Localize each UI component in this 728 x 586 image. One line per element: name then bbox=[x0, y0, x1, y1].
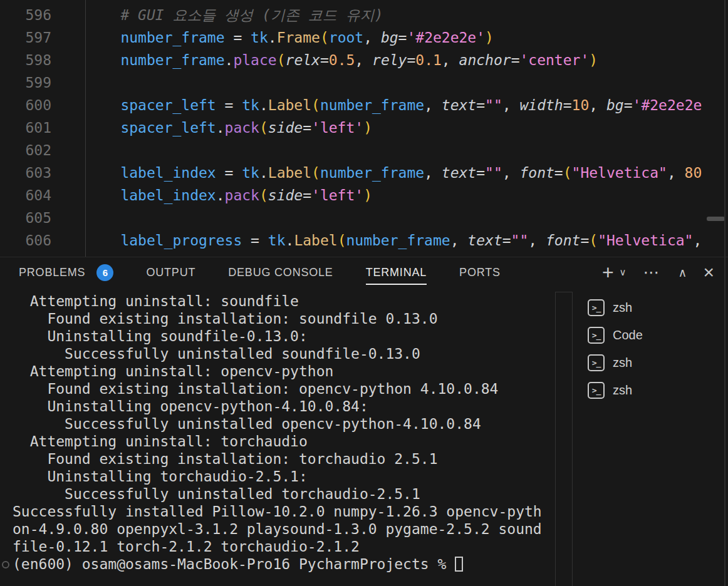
code-editor[interactable]: 596 # GUI 요소들 생성 (기존 코드 유지)597 number_fr… bbox=[0, 0, 728, 257]
line-number[interactable]: 600 bbox=[0, 94, 51, 116]
tab-label: PROBLEMS bbox=[19, 266, 85, 279]
code-token: 'left' bbox=[311, 120, 363, 136]
code-line[interactable]: 596 # GUI 요소들 생성 (기존 코드 유지) bbox=[0, 4, 728, 26]
tab-problems[interactable]: PROBLEMS6 bbox=[19, 257, 113, 287]
code-line[interactable]: 605 bbox=[0, 207, 728, 229]
maximize-panel-icon[interactable]: ∧ bbox=[679, 265, 687, 280]
code-line[interactable]: 598 number_frame.place(relx=0.5, rely=0.… bbox=[0, 49, 728, 71]
tab-output[interactable]: OUTPUT bbox=[146, 257, 195, 287]
tab-label: TERMINAL bbox=[366, 266, 427, 285]
code-token: 0.5 bbox=[329, 52, 355, 68]
code-token: 'left' bbox=[311, 187, 363, 203]
line-number[interactable]: 597 bbox=[0, 26, 51, 49]
code-token: , bbox=[667, 165, 685, 181]
code-token: . bbox=[216, 187, 225, 203]
terminal-prompt-line: (en600) osam@osams-MacBook-Pro16 Pycharm… bbox=[13, 555, 555, 573]
code-line[interactable]: 606 label_progress = tk.Label(number_fra… bbox=[0, 229, 728, 252]
code-token: . bbox=[268, 29, 277, 46]
terminal-prompt-text: (en600) osam@osams-MacBook-Pro16 Pycharm… bbox=[13, 556, 455, 572]
code-token: "" bbox=[485, 97, 502, 113]
code-line[interactable]: 603 label_index = tk.Label(number_frame,… bbox=[0, 162, 728, 184]
tab-label: DEBUG CONSOLE bbox=[228, 266, 333, 279]
code-token: = bbox=[303, 120, 311, 136]
tab-ports[interactable]: PORTS bbox=[459, 257, 501, 287]
code-token: = bbox=[624, 97, 633, 113]
code-token: , bbox=[363, 29, 381, 46]
tab-terminal[interactable]: TERMINAL bbox=[366, 257, 427, 287]
code-token: = bbox=[407, 52, 415, 68]
close-panel-icon[interactable]: × bbox=[703, 263, 714, 282]
more-actions-icon[interactable]: ⋯ bbox=[643, 263, 660, 282]
terminal-list-item[interactable]: >_zsh bbox=[573, 294, 728, 321]
terminal-line: Successfully uninstalled soundfile-0.13.… bbox=[13, 345, 555, 362]
code-token: number_frame bbox=[346, 232, 450, 249]
code-text: number_frame = tk.Frame(root, bg='#2e2e2… bbox=[51, 26, 494, 49]
code-token: = bbox=[398, 29, 407, 46]
line-number[interactable]: 604 bbox=[0, 184, 51, 207]
code-token bbox=[86, 187, 120, 203]
code-token: = bbox=[502, 232, 511, 249]
code-token: ) bbox=[363, 120, 372, 136]
code-token: number_frame bbox=[120, 29, 224, 46]
code-token: label_index bbox=[120, 187, 216, 203]
terminal-list-item[interactable]: >_zsh bbox=[573, 349, 728, 376]
code-token: . bbox=[259, 97, 268, 113]
code-token: "Helvetica" bbox=[598, 232, 693, 249]
code-token: text bbox=[442, 165, 476, 181]
tab-label: PORTS bbox=[459, 266, 501, 279]
code-line[interactable]: 602 bbox=[0, 139, 728, 162]
launch-profile-dropdown[interactable]: ∨ bbox=[620, 267, 627, 278]
line-number[interactable]: 606 bbox=[0, 229, 51, 252]
line-number[interactable]: 599 bbox=[0, 71, 51, 94]
code-token: , bbox=[442, 52, 459, 68]
editor-lines: 596 # GUI 요소들 생성 (기존 코드 유지)597 number_fr… bbox=[0, 4, 728, 252]
line-number[interactable]: 602 bbox=[0, 139, 51, 162]
code-token: = bbox=[216, 165, 242, 181]
terminal-line: Uninstalling torchaudio-2.5.1: bbox=[13, 468, 555, 485]
line-number[interactable]: 603 bbox=[0, 162, 51, 184]
code-token: 80 bbox=[685, 165, 702, 181]
editor-scrollbar-thumb[interactable] bbox=[707, 217, 725, 221]
code-token: = bbox=[554, 165, 563, 181]
terminal-line: file-0.12.1 torch-2.1.2 torchaudio-2.1.2 bbox=[13, 538, 555, 555]
line-number[interactable]: 601 bbox=[0, 116, 51, 139]
code-text: number_frame.place(relx=0.5, rely=0.1, a… bbox=[51, 49, 598, 71]
code-token bbox=[86, 7, 120, 23]
code-text: spacer_left.pack(side='left') bbox=[51, 116, 372, 139]
line-number[interactable]: 596 bbox=[0, 4, 51, 26]
code-token: = bbox=[476, 97, 485, 113]
code-line[interactable]: 597 number_frame = tk.Frame(root, bg='#2… bbox=[0, 26, 728, 49]
terminal-list-label: Code bbox=[613, 328, 643, 342]
code-token: 10 bbox=[572, 97, 590, 113]
code-text: label_index = tk.Label(number_frame, tex… bbox=[51, 162, 702, 184]
code-token: "Helvetica" bbox=[572, 165, 667, 181]
code-token: relx bbox=[286, 52, 320, 68]
line-number[interactable]: 598 bbox=[0, 49, 51, 71]
code-line[interactable]: 599 bbox=[0, 71, 728, 94]
terminal-scrollbar[interactable] bbox=[555, 292, 573, 586]
code-line[interactable]: 601 spacer_left.pack(side='left') bbox=[0, 116, 728, 139]
code-token: anchor bbox=[459, 52, 511, 68]
code-token: ( bbox=[338, 232, 346, 249]
new-terminal-icon[interactable]: + bbox=[602, 263, 614, 282]
code-token: tk bbox=[242, 97, 259, 113]
code-token: "" bbox=[485, 165, 502, 181]
terminal-list-item[interactable]: >_zsh bbox=[573, 376, 728, 404]
code-text bbox=[51, 207, 86, 229]
tab-debug-console[interactable]: DEBUG CONSOLE bbox=[228, 257, 333, 287]
line-number[interactable]: 605 bbox=[0, 207, 51, 229]
code-text: spacer_left = tk.Label(number_frame, tex… bbox=[51, 94, 702, 116]
code-line[interactable]: 604 label_index.pack(side='left') bbox=[0, 184, 728, 207]
terminal-list-item[interactable]: >_Code bbox=[573, 321, 728, 349]
code-token bbox=[86, 97, 120, 113]
code-line[interactable]: 600 spacer_left = tk.Label(number_frame,… bbox=[0, 94, 728, 116]
code-token: ( bbox=[259, 187, 268, 203]
code-token: = bbox=[580, 232, 589, 249]
indent-guide bbox=[85, 0, 86, 257]
code-token: . bbox=[286, 232, 294, 249]
panel-tabs: PROBLEMS6OUTPUTDEBUG CONSOLETERMINALPORT… bbox=[19, 257, 501, 287]
terminal-cursor bbox=[455, 557, 463, 572]
terminal-output[interactable]: Attempting uninstall: soundfile Found ex… bbox=[0, 287, 555, 586]
code-token: root bbox=[329, 29, 363, 46]
terminal-icon: >_ bbox=[588, 354, 605, 371]
